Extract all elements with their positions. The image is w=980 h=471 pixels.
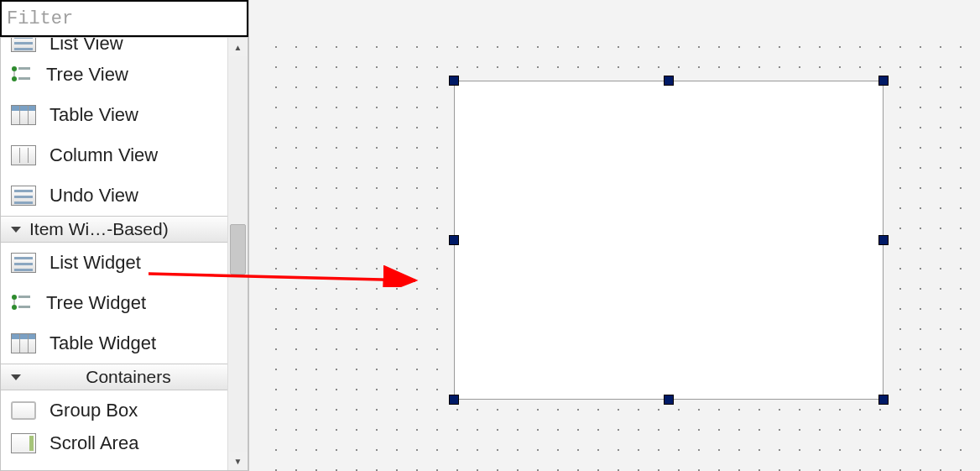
table-view-icon <box>9 102 38 128</box>
svg-rect-5 <box>18 296 30 298</box>
resize-handle-bottom-left[interactable] <box>449 395 459 405</box>
scroll-down-button[interactable]: ▼ <box>228 452 248 470</box>
widget-list[interactable]: List View Tree View Table View Column Vi… <box>1 38 227 470</box>
chevron-down-icon <box>11 374 21 380</box>
widget-item-label: Table Widget <box>50 332 156 354</box>
widget-item-label: Group Box <box>50 400 138 421</box>
group-header-label: Containers <box>29 367 227 387</box>
widget-item-label: Scroll Area <box>50 432 138 454</box>
table-widget-icon <box>9 331 38 356</box>
widget-item-list-widget[interactable]: List Widget <box>1 243 227 283</box>
list-view-icon <box>9 38 38 55</box>
resize-handle-top-left[interactable] <box>449 76 459 86</box>
scrollbar-thumb[interactable] <box>230 224 246 275</box>
scroll-area-icon <box>9 431 38 456</box>
widget-item-table-view[interactable]: Table View <box>1 95 227 135</box>
form-editor-canvas[interactable] <box>249 0 980 471</box>
placed-list-widget[interactable] <box>454 81 884 400</box>
widget-item-column-view[interactable]: Column View <box>1 135 227 175</box>
svg-rect-3 <box>18 77 30 80</box>
resize-handle-top-right[interactable] <box>878 76 889 86</box>
svg-rect-1 <box>18 67 30 70</box>
group-header-item-widgets[interactable]: Item Wi…-Based) <box>1 216 227 243</box>
scrollbar-track[interactable] <box>228 56 248 452</box>
widget-list-container: List View Tree View Table View Column Vi… <box>0 37 248 471</box>
widget-item-label: Tree Widget <box>46 292 146 314</box>
svg-rect-7 <box>18 306 30 308</box>
chevron-down-icon <box>11 227 21 233</box>
widget-item-table-widget[interactable]: Table Widget <box>1 323 227 364</box>
group-header-containers[interactable]: Containers <box>1 364 227 390</box>
svg-point-2 <box>12 76 17 81</box>
widget-box-panel: List View Tree View Table View Column Vi… <box>0 0 249 471</box>
widget-item-label: List Widget <box>50 252 141 274</box>
filter-input-wrap <box>0 0 248 37</box>
widget-item-list-view[interactable]: List View <box>1 38 227 55</box>
widget-item-label: Tree View <box>46 64 128 86</box>
widget-item-scroll-area[interactable]: Scroll Area <box>1 431 227 456</box>
undo-view-icon <box>9 183 38 208</box>
resize-handle-top-middle[interactable] <box>664 76 674 86</box>
group-header-label: Item Wi…-Based) <box>29 219 169 239</box>
resize-handle-bottom-right[interactable] <box>878 395 889 405</box>
filter-input[interactable] <box>2 2 247 35</box>
scroll-up-button[interactable]: ▲ <box>228 38 248 56</box>
widget-item-label: Column View <box>50 144 158 166</box>
svg-point-6 <box>12 305 17 310</box>
column-view-icon <box>9 143 38 168</box>
tree-view-icon <box>9 64 34 86</box>
widget-item-tree-view[interactable]: Tree View <box>1 55 227 95</box>
resize-handle-middle-left[interactable] <box>449 235 459 245</box>
widget-item-group-box[interactable]: Group Box <box>1 390 227 431</box>
svg-point-4 <box>12 295 17 300</box>
widget-item-label: Undo View <box>50 185 138 207</box>
tree-widget-icon <box>9 292 34 314</box>
resize-handle-middle-right[interactable] <box>878 235 889 245</box>
list-widget-icon <box>9 250 38 275</box>
group-box-icon <box>9 398 38 423</box>
widget-item-tree-widget[interactable]: Tree Widget <box>1 283 227 323</box>
widget-item-undo-view[interactable]: Undo View <box>1 175 227 216</box>
widget-item-label: Table View <box>50 104 138 126</box>
resize-handle-bottom-middle[interactable] <box>664 395 674 405</box>
widget-item-label: List View <box>50 38 123 55</box>
svg-point-0 <box>12 66 17 71</box>
vertical-scrollbar[interactable]: ▲ ▼ <box>227 38 248 470</box>
